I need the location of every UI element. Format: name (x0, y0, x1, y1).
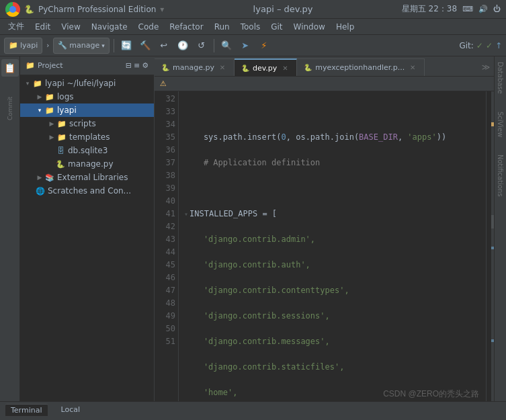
tree-manage-py[interactable]: 🐍 manage.py (20, 157, 154, 171)
tree-db[interactable]: 🗄 db.sqlite3 (20, 144, 154, 157)
ext-libs-icon: 📚 (44, 172, 55, 183)
tab-dev-close[interactable]: ✕ (280, 63, 290, 73)
code-line-36: ▾INSTALLED_APPS = [ (184, 208, 480, 220)
tree-root[interactable]: ▾ 📁 lyapi ~/lufei/lyapi (20, 77, 154, 90)
sync-btn[interactable]: ↩ (156, 38, 172, 54)
menu-run[interactable]: Run (209, 21, 235, 33)
window-title: lyapi – dev.py (253, 4, 313, 14)
tab-myexception[interactable]: 🐍 myexceptionhandler.p... ✕ (297, 58, 425, 76)
tab-dev-icon: 🐍 (241, 65, 249, 72)
menu-help[interactable]: Help (331, 21, 360, 33)
code-line-41: 'django.contrib.messages', (184, 335, 480, 348)
manage-arrow: ▾ (101, 42, 105, 49)
tab-manage-label: manage.py (173, 63, 214, 72)
scrollbar-area[interactable] (486, 91, 494, 401)
project-header-label: Project (38, 61, 63, 70)
tree-scratches[interactable]: 🌐 Scratches and Con... (20, 184, 154, 198)
editor-content[interactable]: 32 33 34 35 36 37 38 39 40 41 42 43 44 4… (155, 91, 494, 401)
code-editor[interactable]: sys.path.insert(0, os.path.join(BASE_DIR… (179, 91, 486, 401)
expand-icon[interactable]: ≡ (134, 61, 140, 70)
fold-icon-36[interactable]: ▾ (184, 208, 188, 220)
menu-view[interactable]: View (56, 21, 85, 33)
tabs-overflow-btn[interactable]: ≫ (478, 58, 494, 76)
git-check2: ✓ (486, 41, 493, 50)
menu-refactor[interactable]: Refactor (164, 21, 208, 33)
settings-icon[interactable]: ⚙ (142, 61, 149, 70)
tab-manage-py[interactable]: 🐍 manage.py ✕ (155, 58, 235, 76)
ext-libs-arrow: ▶ (35, 174, 44, 181)
toolbar: 📁 lyapi › 🔧 manage ▾ 🔄 🔨 ↩ 🕐 ↺ 🔍 ➤ ⚡ Git… (0, 35, 506, 56)
search-btn[interactable]: 🔍 (218, 38, 235, 54)
chrome-icon (5, 2, 20, 17)
menu-code[interactable]: Code (133, 21, 165, 33)
code-line-40: 'django.contrib.sessions', (184, 310, 480, 323)
db-label: db.sqlite3 (68, 146, 108, 155)
project-header-icon: 📁 (26, 61, 35, 70)
logs-arrow: ▶ (35, 93, 44, 100)
sciview-panel-tab[interactable]: SciView (495, 106, 506, 142)
tab-manage-icon: 🐍 (161, 64, 169, 71)
history-btn[interactable]: 🕐 (175, 38, 191, 54)
scripts-folder-icon: 📁 (56, 118, 67, 129)
settings-btn[interactable]: ⚡ (256, 38, 272, 54)
pycharm-icon: 🐍 (24, 5, 34, 14)
tree-templates[interactable]: ▶ 📁 templates (20, 130, 154, 144)
scripts-arrow: ▶ (47, 120, 56, 127)
code-line-42: 'django.contrib.staticfiles', (184, 361, 480, 374)
database-panel-tab[interactable]: Database (495, 56, 506, 99)
app-arrow: ▾ (160, 5, 164, 14)
local-tab[interactable]: Local (56, 404, 86, 415)
menu-navigate[interactable]: Navigate (86, 21, 133, 33)
power-icon: ⏻ (493, 5, 501, 13)
logs-folder-icon: 📁 (44, 91, 55, 102)
menu-tools[interactable]: Tools (235, 21, 266, 33)
top-bar-left: 🐍 PyCharm Professional Edition ▾ (5, 2, 164, 17)
time-display: 星期五 22：38 (402, 3, 457, 15)
menu-window[interactable]: Window (288, 21, 331, 33)
notifications-panel-tab[interactable]: Notifications (495, 149, 506, 202)
tree-scripts[interactable]: ▶ 📁 scripts (20, 117, 154, 130)
project-sidebar-btn[interactable]: 📋 (1, 59, 19, 77)
terminal-tab[interactable]: Terminal (5, 404, 48, 416)
project-selector[interactable]: 📁 lyapi (4, 38, 42, 54)
toolbar-sep-2 (214, 39, 214, 52)
project-panel-header: 📁 Project ⊟ ≡ ⚙ (20, 56, 154, 75)
menu-edit[interactable]: Edit (30, 21, 56, 33)
undo-btn[interactable]: ↺ (194, 38, 210, 54)
commit-sidebar-btn[interactable]: Commit (1, 91, 19, 125)
scroll-thumb[interactable] (491, 215, 494, 228)
tree-ext-libs[interactable]: ▶ 📚 External Libraries (20, 171, 154, 184)
toolbar-sep-1 (114, 39, 114, 52)
templates-folder-icon: 📁 (56, 132, 67, 142)
nav-btn[interactable]: ➤ (237, 38, 253, 54)
code-line-38: 'django.contrib.auth', (184, 259, 480, 271)
tab-manage-close[interactable]: ✕ (218, 63, 227, 73)
code-line-32 (184, 106, 480, 118)
refresh-btn[interactable]: 🔄 (118, 38, 134, 54)
top-bar: 🐍 PyCharm Professional Edition ▾ lyapi –… (0, 0, 506, 19)
keyboard-icon: ⌨ (462, 5, 473, 13)
lyapi-folder-icon: 📁 (44, 105, 55, 116)
project-tree: ▾ 📁 lyapi ~/lufei/lyapi ▶ 📁 logs ▾ 📁 lya… (20, 75, 154, 401)
project-header-actions: ⊟ ≡ ⚙ (126, 61, 149, 70)
tab-myex-close[interactable]: ✕ (408, 63, 417, 73)
tree-logs[interactable]: ▶ 📁 logs (20, 90, 154, 103)
menu-file[interactable]: 文件 (3, 19, 30, 34)
tab-dev-py[interactable]: 🐍 dev.py ✕ (235, 58, 297, 76)
root-arrow: ▾ (23, 80, 32, 87)
collapse-all-icon[interactable]: ⊟ (126, 61, 132, 70)
menu-git[interactable]: Git (265, 21, 288, 33)
manage-selector[interactable]: 🔧 manage ▾ (53, 38, 109, 54)
tab-myex-icon: 🐍 (304, 64, 312, 71)
nav-warning-icon: ⚠ (160, 79, 167, 88)
right-panels: Database SciView Notifications (494, 56, 506, 401)
tree-lyapi[interactable]: ▾ 📁 lyapi (20, 103, 154, 117)
code-line-35 (184, 182, 480, 195)
lyapi-label: lyapi (57, 106, 77, 115)
editor-nav: ⚠ (155, 77, 494, 91)
manage-py-label: manage.py (68, 159, 114, 169)
build-btn[interactable]: 🔨 (137, 38, 153, 54)
tabs-bar: 🐍 manage.py ✕ 🐍 dev.py ✕ 🐍 myexceptionha… (155, 56, 494, 77)
warning-indicator (491, 122, 494, 126)
git-check: ✓ (476, 41, 483, 50)
